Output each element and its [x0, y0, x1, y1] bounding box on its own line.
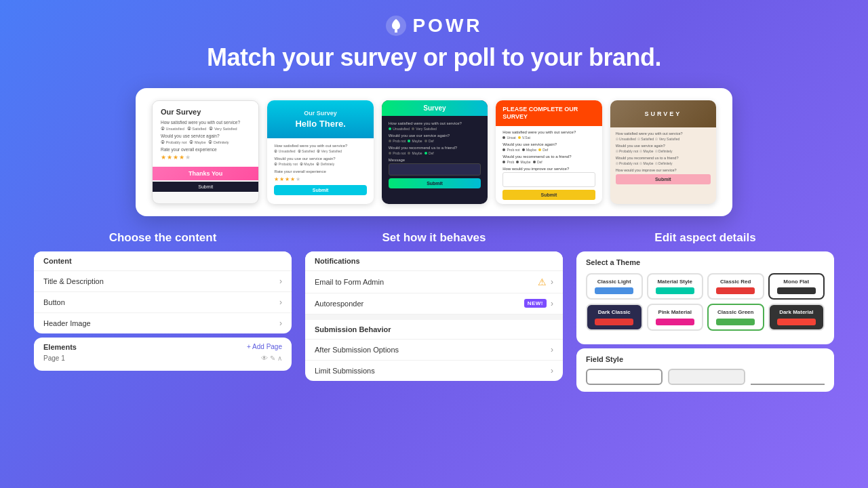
powr-logo-icon [385, 15, 407, 37]
card3-submit[interactable]: Submit [389, 178, 481, 188]
card4-submit[interactable]: Submit [502, 190, 595, 200]
survey-card-dark-neon: Survey How satisfied were you with out s… [382, 100, 488, 204]
card1-opt: ⦿ Satisfied [187, 127, 207, 131]
card1-thanks: Thanks You [153, 167, 258, 180]
theme-panel: Select a Theme Classic Light Material St… [576, 251, 834, 344]
theme-mono-flat[interactable]: Mono Flat [768, 273, 825, 300]
notifications-panel: Notifications Email to Form Admin ⚠ › Au… [305, 251, 563, 381]
page-1-actions: 👁 ✎ ∧ [261, 354, 282, 362]
theme-classic-light[interactable]: Classic Light [586, 273, 643, 300]
title-description-item[interactable]: Title & Description › [34, 271, 292, 292]
header-image-label: Header Image [43, 319, 91, 327]
appearance-column: Edit aspect details Select a Theme Class… [576, 231, 834, 392]
card5-title: SURVEY [644, 110, 682, 117]
page-1-label: Page 1 [43, 354, 65, 362]
card2-header: Our Survey Hello There. [267, 100, 373, 138]
behavior-column: Set how it behaves Notifications Email t… [305, 231, 563, 392]
content-panel: Content Title & Description › Button › H… [34, 251, 292, 333]
card4-title: PLEASE COMPLETE OUR SURVEY [502, 106, 595, 121]
card2-submit[interactable]: Submit [274, 185, 366, 195]
appearance-column-title: Edit aspect details [576, 231, 834, 245]
button-item[interactable]: Button › [34, 292, 292, 313]
card3-header: Survey [382, 100, 488, 116]
elements-header: Elements + Add Page [43, 343, 282, 351]
survey-card-teal: Our Survey Hello There. How satisfied we… [267, 100, 373, 204]
card4-body: How satisfied were you with out service?… [496, 126, 601, 204]
card3-msg-input[interactable] [389, 163, 481, 176]
theme-classic-light-label: Classic Light [590, 279, 639, 285]
card1-q2: Would you use service again? [161, 134, 250, 138]
warning-icon: ⚠ [538, 277, 547, 287]
field-style-title: Field Style [586, 355, 825, 363]
classic-green-swatch [716, 319, 755, 325]
email-admin-item[interactable]: Email to Form Admin ⚠ › [305, 271, 563, 293]
header-image-item[interactable]: Header Image › [34, 313, 292, 333]
card5-submit[interactable]: Submit [616, 174, 711, 184]
card3-body: How satisfied were you with out service?… [382, 116, 488, 194]
theme-dark-classic[interactable]: Dark Classic [586, 304, 643, 331]
card5-header: SURVEY [610, 100, 716, 127]
card1-opt: ⦿ Very Satisfied [209, 127, 237, 131]
content-column: Choose the content Content Title & Descr… [34, 231, 292, 392]
elements-label: Elements [43, 343, 77, 351]
logo: POWR [385, 15, 482, 37]
mono-flat-swatch [777, 287, 816, 294]
page-header: POWR Match your survey or poll to your b… [0, 0, 868, 81]
pink-material-swatch [656, 319, 694, 325]
autoresponder-label: Autoresponder [315, 300, 363, 308]
card1-stars: ★ ★ ★ ★ ★ [161, 154, 250, 161]
card1-opt: ⦿ Unsatisfied [161, 127, 184, 131]
add-page-button[interactable]: + Add Page [247, 343, 282, 350]
chevron-right-icon: › [551, 366, 553, 375]
chevron-right-icon: › [551, 345, 553, 354]
theme-dark-material-label: Dark Material [772, 309, 821, 316]
field-style-underlined[interactable] [751, 369, 825, 385]
card1-q1: How satisfied were you with out service? [161, 120, 250, 125]
classic-light-swatch [595, 287, 633, 294]
theme-classic-red-label: Classic Red [711, 279, 760, 285]
theme-pink-material[interactable]: Pink Material [647, 304, 704, 331]
card2-body: How satisfied were you with out service?… [267, 138, 373, 201]
field-style-outlined[interactable] [586, 369, 663, 385]
title-description-label: Title & Description [43, 277, 104, 285]
card4-header: PLEASE COMPLETE OUR SURVEY [496, 100, 601, 126]
card1-title: Our Survey [161, 108, 250, 116]
page-1-row: Page 1 👁 ✎ ∧ [43, 351, 282, 365]
dark-material-swatch [777, 319, 816, 325]
card5-body: How satisfied were you with out service?… [610, 127, 716, 188]
theme-classic-red[interactable]: Classic Red [707, 273, 764, 300]
panel-divider [305, 314, 563, 320]
material-style-swatch [656, 287, 694, 294]
content-panel-header: Content [34, 251, 292, 271]
chevron-right-icon: › [279, 319, 282, 328]
limit-submissions-item[interactable]: Limit Submissions › [305, 361, 563, 381]
after-submission-item[interactable]: After Submission Options › [305, 340, 563, 361]
chevron-right-icon: › [551, 277, 553, 287]
classic-red-swatch [716, 287, 755, 294]
page-headline: Match your survey or poll to your brand. [207, 43, 661, 72]
card1-opts2: ⦿ Probably not ⦿ Maybe ⦿ Definitely [161, 140, 250, 144]
card1-submit[interactable]: Submit [153, 182, 258, 192]
card2-title: Our Survey [274, 110, 366, 117]
theme-material-style-label: Material Style [651, 279, 700, 285]
elements-panel: Elements + Add Page Page 1 👁 ✎ ∧ [34, 338, 292, 371]
field-style-filled[interactable] [668, 369, 745, 385]
theme-dark-classic-label: Dark Classic [590, 309, 639, 316]
card3-title: Survey [389, 104, 481, 112]
card1-opts1: ⦿ Unsatisfied ⦿ Satisfied ⦿ Very Satisfi… [161, 127, 250, 131]
theme-dark-material[interactable]: Dark Material [768, 304, 825, 331]
email-admin-label: Email to Form Admin [315, 278, 384, 286]
autoresponder-item[interactable]: Autoresponder NEW! › [305, 293, 563, 314]
card4-input[interactable] [502, 172, 595, 187]
theme-panel-title: Select a Theme [586, 258, 825, 266]
theme-pink-material-label: Pink Material [651, 309, 700, 316]
behavior-column-title: Set how it behaves [305, 231, 563, 245]
field-style-options [586, 369, 825, 385]
after-submission-label: After Submission Options [315, 346, 399, 354]
survey-card-red: PLEASE COMPLETE OUR SURVEY How satisfied… [496, 100, 601, 204]
preview-container: Our Survey How satisfied were you with o… [136, 88, 732, 216]
theme-classic-green[interactable]: Classic Green [707, 304, 764, 331]
bottom-section: Choose the content Content Title & Descr… [0, 223, 868, 392]
theme-material-style[interactable]: Material Style [647, 273, 704, 300]
card1-header: Our Survey How satisfied were you with o… [153, 101, 258, 167]
